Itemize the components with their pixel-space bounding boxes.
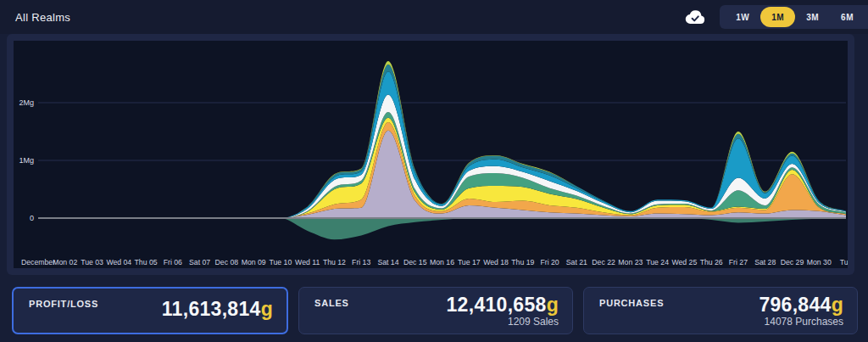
x-tick-thu-19: Thu 19 [511, 258, 534, 266]
gold-unit: g [832, 294, 843, 316]
x-tick-mon-23: Mon 23 [618, 258, 643, 266]
x-tick-thu-26: Thu 26 [700, 258, 723, 266]
x-tick-fri-06: Fri 06 [164, 258, 182, 266]
stacked-area-chart[interactable]: 01Mg2MgDecemberMon 02Tue 03Wed 04Thu 05F… [14, 41, 848, 268]
area-series-green [38, 112, 846, 218]
sales-count: 1209 Sales [508, 316, 559, 327]
realm-title: All Realms [15, 11, 70, 24]
range-button-6m[interactable]: 6M [830, 7, 865, 27]
range-button-1m[interactable]: 1M [760, 7, 795, 27]
purchases-label: PURCHASES [599, 298, 664, 327]
gold-unit: g [261, 298, 273, 320]
x-tick-wed-25: Wed 25 [672, 258, 698, 266]
x-tick-sat-07: Sat 07 [189, 258, 210, 266]
sales-label: SALES [314, 298, 349, 327]
y-tick-1Mg: 1Mg [19, 156, 34, 165]
range-button-3m[interactable]: 3M [795, 7, 830, 27]
y-tick-2Mg: 2Mg [19, 98, 34, 107]
profit-loss-label: PROFIT/LOSS [29, 299, 98, 326]
chart-panel: 01Mg2MgDecemberMon 02Tue 03Wed 04Thu 05F… [7, 34, 854, 275]
x-tick-tue: Tue [840, 258, 848, 266]
x-tick-mon-02: Mon 02 [53, 258, 77, 266]
profit-loss-value: 11,613,814g [162, 299, 273, 320]
top-bar-right: 1W 1M 3M 6M [684, 0, 868, 34]
x-tick-thu-05: Thu 05 [135, 258, 158, 266]
x-tick-sat-14: Sat 14 [377, 258, 398, 266]
x-tick-fri-13: Fri 13 [352, 258, 370, 266]
x-tick-sat-28: Sat 28 [754, 258, 776, 266]
purchases-count: 14078 Purchases [765, 316, 843, 327]
x-tick-tue-24: Tue 24 [646, 258, 669, 266]
sales-card[interactable]: SALES 12,410,658g 1209 Sales [298, 287, 573, 334]
x-tick-fri-20: Fri 20 [540, 258, 559, 266]
top-bar: All Realms 1W 1M 3M 6M [0, 0, 868, 34]
x-tick-tue-03: Tue 03 [81, 258, 103, 266]
chart-area[interactable]: 01Mg2MgDecemberMon 02Tue 03Wed 04Thu 05F… [14, 41, 848, 268]
purchases-card[interactable]: PURCHASES 796,844g 14078 Purchases [583, 287, 858, 334]
area-series-white [38, 94, 846, 218]
x-tick-december: December [21, 258, 55, 266]
cloud-check-icon[interactable] [684, 6, 706, 28]
stats-row: PROFIT/LOSS 11,613,814g SALES 12,410,658… [12, 287, 858, 334]
time-range-selector: 1W 1M 3M 6M [720, 5, 868, 29]
x-tick-dec-29: Dec 29 [781, 258, 804, 266]
x-tick-fri-27: Fri 27 [729, 258, 748, 266]
purchases-value: 796,844g [759, 294, 843, 316]
gold-unit: g [547, 294, 559, 316]
x-tick-mon-09: Mon 09 [242, 258, 266, 266]
x-tick-mon-16: Mon 16 [430, 258, 454, 266]
profit-loss-card[interactable]: PROFIT/LOSS 11,613,814g [12, 287, 288, 334]
x-tick-wed-04: Wed 04 [106, 258, 131, 266]
x-tick-thu-12: Thu 12 [323, 258, 346, 266]
x-tick-tue-10: Tue 10 [270, 258, 292, 266]
range-button-1w[interactable]: 1W [725, 7, 760, 27]
y-tick-0: 0 [30, 214, 34, 222]
x-tick-wed-11: Wed 11 [295, 258, 320, 266]
x-tick-wed-18: Wed 18 [483, 258, 509, 266]
x-tick-mon-30: Mon 30 [807, 258, 832, 266]
x-tick-sat-21: Sat 21 [566, 258, 587, 266]
sales-value: 12,410,658g [447, 294, 559, 316]
x-tick-dec-15: Dec 15 [403, 258, 427, 266]
area-series-negative-darkgreen [38, 218, 846, 239]
x-tick-tue-17: Tue 17 [458, 258, 481, 266]
x-tick-dec-22: Dec 22 [592, 258, 615, 266]
x-tick-dec-08: Dec 08 [215, 258, 239, 266]
